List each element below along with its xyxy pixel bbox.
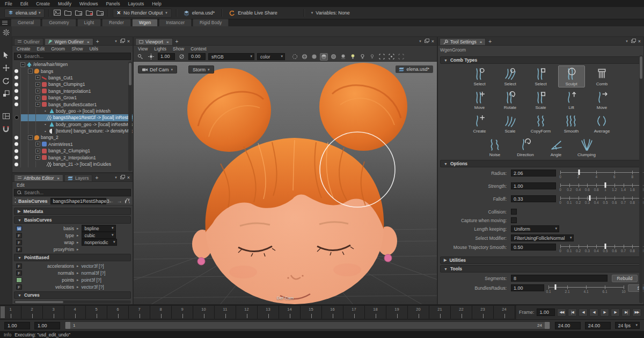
step-forward-button[interactable]: ▶ xyxy=(600,308,609,317)
isolate-select-icon[interactable] xyxy=(387,53,396,61)
panel-menu-icon[interactable]: ▾ xyxy=(115,175,117,180)
expand-arrow-icon[interactable]: ▸ xyxy=(77,240,79,245)
expand-icon[interactable]: + xyxy=(35,89,40,93)
viewport-menu-show[interactable]: Show xyxy=(173,46,184,52)
tool-comb-button[interactable]: Comb xyxy=(589,65,616,87)
expand-icon[interactable]: + xyxy=(35,149,40,153)
visibility-dot[interactable] xyxy=(14,76,18,79)
menu-item-panels[interactable]: Panels xyxy=(106,1,120,6)
tool-select-button[interactable]: Select xyxy=(528,65,554,87)
tab-layers[interactable]: Layers xyxy=(64,174,93,181)
step-forward-key-button[interactable]: ▶| xyxy=(621,308,631,317)
close-panel-icon[interactable]: × xyxy=(127,175,130,180)
timeline-frame-22[interactable]: 22 xyxy=(451,306,472,319)
rotate-tool-icon[interactable] xyxy=(2,77,10,85)
wireframe-sphere-icon[interactable] xyxy=(301,53,309,61)
snapshot-icon[interactable] xyxy=(54,10,61,17)
timeline-frame-24[interactable]: 24 xyxy=(494,306,515,319)
snap-magnet-icon[interactable] xyxy=(2,125,10,133)
panel-menu-icon[interactable]: ▾ xyxy=(419,39,421,43)
visibility-dot[interactable] xyxy=(14,89,18,93)
timeline-frame-6[interactable]: 6 xyxy=(107,306,129,319)
option-value-field[interactable]: 0.33 xyxy=(511,195,556,202)
colorspace-dropdown[interactable]: sRGB xyxy=(208,53,254,60)
slider-handle[interactable] xyxy=(554,284,556,290)
option-slider[interactable]: 0246810 xyxy=(560,170,643,180)
timeline-frame-14[interactable]: 14 xyxy=(279,306,301,319)
dashed-select-icon[interactable] xyxy=(291,53,299,61)
section-metadata-header[interactable]: ▶Metadata xyxy=(14,208,131,215)
menu-item-modify[interactable]: Modify xyxy=(58,1,71,6)
expand-icon[interactable]: + xyxy=(35,95,40,100)
fps-dropdown[interactable]: 24 fps xyxy=(615,322,640,329)
lock-icon[interactable] xyxy=(125,200,127,203)
collapse-icon[interactable]: − xyxy=(28,135,33,140)
tree-item-bangs_2_Interpolation1[interactable]: +bangs_2_Interpolation1 xyxy=(12,154,133,160)
tool-direction-button[interactable]: Direction xyxy=(512,136,539,158)
viewport-canvas[interactable]: Def Cam ▾ Storm ▾ elena.usd* Def Cam xyxy=(134,62,437,304)
timeline-frame-11[interactable]: 11 xyxy=(215,306,236,319)
outliner-menu-edit[interactable]: Edit xyxy=(37,46,45,52)
visibility-dot[interactable] xyxy=(14,142,18,146)
tool-lift-button[interactable]: Lift xyxy=(558,89,585,111)
visibility-dot[interactable] xyxy=(14,115,19,120)
timeline-frame-10[interactable]: 10 xyxy=(193,306,215,319)
tree-item-bangs_Interpolation1[interactable]: +bangs_Interpolation1 xyxy=(12,88,133,94)
tab-wgen-outliner[interactable]: Wgen Outliner × xyxy=(45,38,93,45)
stage-selector[interactable]: elena.usd ▾ xyxy=(4,9,45,18)
visibility-dot[interactable] xyxy=(14,83,18,86)
crop-region-icon[interactable] xyxy=(397,53,405,61)
tool-create-button[interactable]: Create xyxy=(466,113,493,135)
attribute-editor-hscrollbar[interactable] xyxy=(14,300,131,304)
range-start-handle[interactable] xyxy=(65,322,70,329)
tools-section-header[interactable]: ▼ Tools xyxy=(440,265,641,273)
go-to-end-button[interactable]: ▶▶ xyxy=(632,308,641,317)
shelf-menu-icon[interactable] xyxy=(2,21,8,25)
shaded-sphere-icon[interactable] xyxy=(310,53,318,61)
section-basiscurves-header[interactable]: ▼BasisCurves xyxy=(14,216,131,224)
attribute-value-dropdown[interactable]: cubic xyxy=(82,232,116,239)
option-value-field[interactable]: 2.06 xyxy=(511,170,556,177)
timeline-frame-19[interactable]: 19 xyxy=(386,306,408,319)
current-frame-field[interactable]: 1.00 xyxy=(537,308,555,316)
collapse-icon[interactable]: − xyxy=(28,69,33,74)
enable-live-share-button[interactable]: Enable Live Share xyxy=(226,9,280,18)
add-tab-button[interactable]: + xyxy=(93,175,100,181)
panel-menu-icon[interactable]: ▾ xyxy=(115,39,117,43)
open-folder-icon[interactable] xyxy=(64,10,71,17)
default-light-icon[interactable] xyxy=(349,53,357,61)
timeline-frame-8[interactable]: 8 xyxy=(150,306,172,319)
range-slider[interactable]: 1 24 xyxy=(64,321,551,329)
animation-end-field[interactable]: 24.00 xyxy=(555,322,581,329)
tree-item-bangs_Clumping1[interactable]: +bangs_Clumping1 xyxy=(12,81,133,87)
attribute-search-input[interactable]: Search... xyxy=(14,189,131,196)
add-tab-button[interactable]: + xyxy=(487,39,493,45)
recent-files-icon[interactable] xyxy=(75,10,82,17)
close-panel-icon[interactable]: × xyxy=(638,39,641,44)
tool-angle-button[interactable]: Angle xyxy=(543,136,569,158)
frame-selection-icon[interactable] xyxy=(378,53,386,61)
play-backwards-button[interactable]: ◀ xyxy=(579,308,588,317)
timeline-frame-1[interactable]: 1 xyxy=(0,306,21,319)
tree-item-bangs_21[interactable]: bangs_21 -> [local] inGuides xyxy=(12,161,133,167)
playhead-marker[interactable] xyxy=(1,306,5,318)
visibility-dot[interactable] xyxy=(14,136,18,139)
tool-clumping-button[interactable]: Clumping xyxy=(573,136,600,158)
add-tab-button[interactable]: + xyxy=(174,39,180,45)
add-tab-button[interactable]: + xyxy=(94,39,101,45)
tab-outliner[interactable]: Outliner xyxy=(14,38,43,45)
timeline-frame-13[interactable]: 13 xyxy=(258,306,279,319)
outliner-menu-show[interactable]: Show xyxy=(71,46,83,52)
timeline-track[interactable]: 123456789101112131415161718192021222324 xyxy=(0,306,516,319)
expand-icon[interactable]: + xyxy=(35,75,40,80)
all-lights-icon[interactable] xyxy=(368,53,376,61)
expand-arrow-icon[interactable]: ▸ xyxy=(77,271,79,275)
variables-selector[interactable]: ▾ Variables: None xyxy=(309,9,353,18)
tool-copyform-button[interactable]: CopyForm xyxy=(528,113,554,135)
section-curves-header[interactable]: ▼Curves xyxy=(14,291,131,299)
flat-sphere-icon[interactable] xyxy=(330,53,338,61)
tool-scale-button[interactable]: Scale xyxy=(528,89,554,111)
close-panel-icon[interactable]: × xyxy=(127,39,130,44)
timeline-frame-23[interactable]: 23 xyxy=(472,306,494,319)
options-section-header[interactable]: ▼ Options xyxy=(440,160,641,167)
